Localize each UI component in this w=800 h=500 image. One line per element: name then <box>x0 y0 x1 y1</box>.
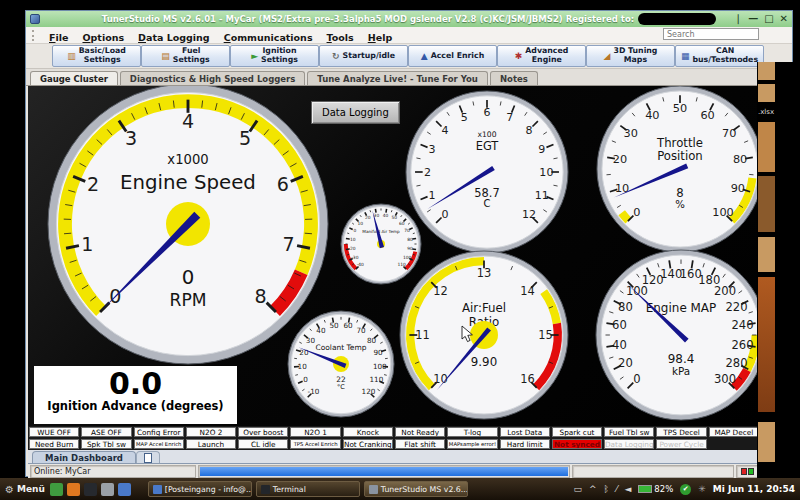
engine-map-value: 98.4 <box>668 352 695 366</box>
gauge-tick-label: 4 <box>182 110 194 132</box>
mail-icon <box>153 485 162 494</box>
gauge-tick-label: 13 <box>477 266 492 280</box>
gauge-tick-label: 2 <box>87 173 99 195</box>
app-icon <box>30 14 40 24</box>
egt-title: EGT <box>476 139 499 153</box>
gauge-tick-label: 110 <box>370 375 384 384</box>
panel-chevron-icon[interactable]: ^ <box>589 484 597 494</box>
gauge-tick-label: 60 <box>700 109 714 122</box>
gauge-tick-label: 4 <box>441 124 448 137</box>
gauge-tick-label: 11 <box>415 328 430 342</box>
editor-icon[interactable] <box>118 483 131 496</box>
new-dashboard-tab[interactable] <box>136 451 160 463</box>
stylus-icon[interactable]: ⁄ <box>616 484 618 494</box>
indicator-need-burn: Need Burn <box>29 439 79 449</box>
gauge-tick-label: 60 <box>612 318 627 332</box>
data-logging-button[interactable]: Data Logging <box>311 101 400 124</box>
indicator-not-cranking: Not Cranking <box>343 439 393 449</box>
toolbar-button-fuel-settings[interactable]: ▤FuelSettings <box>141 45 230 67</box>
firefox-icon[interactable] <box>67 483 80 496</box>
shade-button[interactable]: ❘ <box>734 11 742 27</box>
gauge-tick-label: 110 <box>398 262 407 267</box>
status-bar: Online: MyCar <box>28 464 760 479</box>
indicator-hard-limit: Hard limit <box>500 439 550 449</box>
taskbar-menu-button[interactable]: ⚙ Menü <box>5 484 45 495</box>
menu-data-logging[interactable]: Data Logging <box>131 31 217 44</box>
gauge-tick-label: 2 <box>424 166 431 179</box>
menu-communications[interactable]: Communications <box>217 31 320 44</box>
status-indicator-grid: WUE OFFASE OFFConfig ErrorN2O 2Over boos… <box>28 426 760 450</box>
gauge-tick-label: 40 <box>645 109 659 122</box>
gauge-tick-label: 20 <box>365 215 371 220</box>
menu-options[interactable]: Options <box>75 31 131 44</box>
terminal-launcher-icon[interactable] <box>84 483 97 496</box>
toolbar-button-label: Startup/idle <box>343 52 395 61</box>
indicator-flat-shift: Flat shift <box>395 439 445 449</box>
window-title: TunerStudio MS v2.6.01 - MyCar (MS2/Extr… <box>102 13 716 25</box>
chip-icon: ▦ <box>681 52 690 61</box>
thumbnail-block <box>758 277 775 412</box>
gauge-tick-label: 30 <box>624 127 638 140</box>
engine-map-units: kPa <box>672 365 690 377</box>
menu-help[interactable]: Help <box>361 31 399 44</box>
indicator-knock: Knock <box>343 427 393 437</box>
toolbar-button-advanced-engine[interactable]: ✱AdvancedEngine <box>497 45 586 67</box>
gauge-tick-label: 0 <box>633 206 640 219</box>
tab-tune-analyze-live-tune-for-you[interactable]: Tune Analyze Live! - Tune For You <box>307 71 488 85</box>
search-input[interactable] <box>663 28 759 40</box>
tab-gauge-cluster[interactable]: Gauge Cluster <box>30 71 118 85</box>
main-dashboard-tab[interactable]: Main Dashboard <box>32 451 136 463</box>
taskbar-clock[interactable]: Mi Jun 11, 20:54 <box>713 484 795 494</box>
gauge-tick-label: 30 <box>374 213 380 218</box>
volume-icon[interactable]: ◄ <box>624 484 631 494</box>
engine-speed-title: Engine Speed <box>120 171 256 194</box>
display-icon[interactable]: ▭ <box>573 484 582 494</box>
task-button-tunerstudio-ms-v2-6[interactable]: TunerStudio MS v2.6... <box>364 481 468 497</box>
gauge-tick-label: 60 <box>399 221 405 226</box>
close-button[interactable]: ✕ <box>780 11 788 27</box>
menu-tools[interactable]: Tools <box>320 31 361 44</box>
indicator-fuel-tbl-sw: Fuel Tbl sw <box>604 427 654 437</box>
snowflake-icon[interactable]: ✳ <box>698 484 706 494</box>
pump-icon: ▲ <box>421 52 428 61</box>
toolbar-button-startup-idle[interactable]: ↻Startup/idle <box>319 45 408 67</box>
thumbnail-block <box>758 422 775 462</box>
security-shield-icon[interactable]: ✔ <box>680 484 691 495</box>
main-tab-row: Gauge ClusterDiagnostics & High Speed Lo… <box>26 69 792 86</box>
gauge-tick-label: 1 <box>81 233 93 255</box>
task-button-posteingang-info[interactable]: [Posteingang - info@... <box>148 481 252 497</box>
gauge-tick-label: 80 <box>367 336 377 345</box>
afr-title: Air:Fuel <box>462 301 506 315</box>
toolbar-button-basic-load-settings[interactable]: ▥Basic/LoadSettings <box>52 45 141 67</box>
toolbar-button-ignition-settings[interactable]: ►IgnitionSettings <box>230 45 319 67</box>
tool-icon: ✱ <box>515 52 523 61</box>
gauge-tick-label: 70 <box>722 127 736 140</box>
battery-indicator[interactable]: 82% <box>638 484 673 494</box>
window-controls: ❘—□✕ <box>734 11 788 27</box>
gauge-tick-label: 80 <box>407 237 413 242</box>
show-desktop-icon[interactable] <box>50 483 63 496</box>
tab-diagnostics-high-speed-loggers[interactable]: Diagnostics & High Speed Loggers <box>120 71 306 85</box>
toolbar-button-can-bus-testmodes[interactable]: ▦CANbus/Testmodes <box>675 45 764 67</box>
maximize-button[interactable]: □ <box>764 11 773 27</box>
engine-speed-units: RPM <box>170 290 207 310</box>
bluetooth-icon[interactable]: ᛒ <box>604 484 609 494</box>
coolant-temp-title: Coolant Temp <box>316 343 367 352</box>
menu-file[interactable]: File <box>42 31 75 44</box>
toolbar-button-3d-tuning-maps[interactable]: ◢3D TuningMaps <box>586 45 675 67</box>
dashboard-tab-row: Main Dashboard <box>28 450 760 464</box>
key-icon: ↻ <box>332 52 340 61</box>
filemanager-icon[interactable] <box>101 483 114 496</box>
terminal-icon <box>261 485 270 494</box>
toolbar-button-accel-enrich[interactable]: ▲Accel Enrich <box>408 45 497 67</box>
indicator-t-log: T-log <box>447 427 497 437</box>
task-button-terminal[interactable]: Terminal <box>256 481 360 497</box>
desktop-background <box>776 62 800 478</box>
throttle-position-units: % <box>675 199 685 210</box>
gauge-tick-label: 12 <box>433 284 448 298</box>
tab-notes[interactable]: Notes <box>490 71 538 85</box>
sync-progress-bar <box>198 465 570 478</box>
gauge-tick-label: 8 <box>255 285 267 307</box>
minimize-button[interactable]: — <box>748 11 758 27</box>
background-window-strip: .xlsx <box>757 62 776 478</box>
